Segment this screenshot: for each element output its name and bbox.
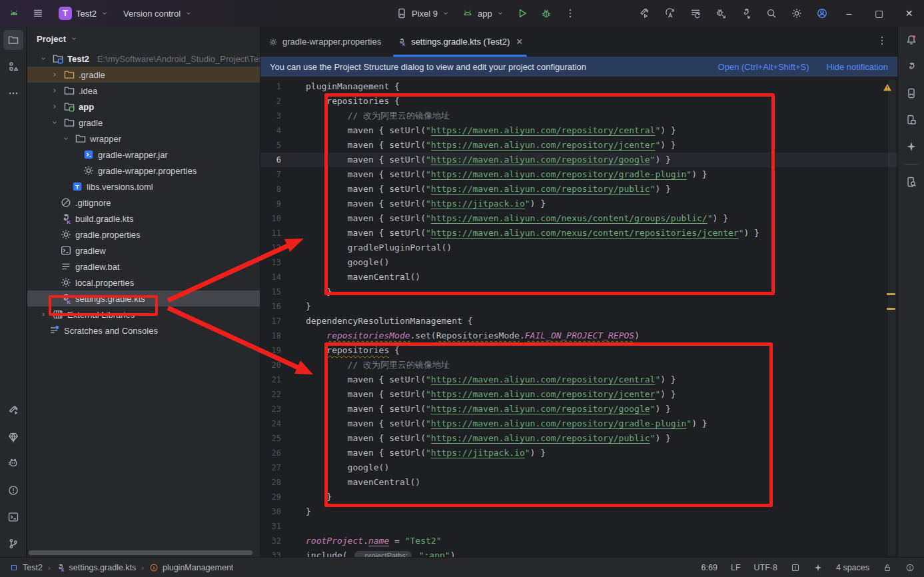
breadcrumb-pluginManagement[interactable]: pluginManagement: [149, 563, 233, 572]
tree-item-wrapper[interactable]: wrapper: [27, 131, 260, 147]
tool-stripe-version-control[interactable]: [3, 534, 23, 554]
tree-item-gradle.properties[interactable]: gradle.properties: [27, 227, 260, 243]
code-line-4[interactable]: 4 maven { setUrl("https://maven.aliyun.c…: [260, 123, 897, 138]
build-run-button[interactable]: [635, 3, 655, 23]
code-line-12[interactable]: 12 gradlePluginPortal(): [260, 241, 897, 255]
user-avatar-button[interactable]: [812, 3, 832, 23]
breadcrumb-settings.gradle.kts[interactable]: settings.gradle.kts: [56, 563, 137, 572]
code-line-3[interactable]: 3 // 改为阿里云的镜像地址: [260, 109, 897, 123]
code-line-29[interactable]: 29 }: [260, 490, 897, 504]
search-everywhere-button[interactable]: [761, 3, 781, 23]
code-line-33[interactable]: 33include( ...projectPaths: ":app"): [260, 548, 897, 557]
code-line-26[interactable]: 26 maven { setUrl("https://jitpack.io") …: [260, 446, 897, 460]
tool-stripe-project-folder[interactable]: [3, 30, 23, 50]
tree-item-External Libraries[interactable]: External Libraries: [27, 306, 260, 322]
breadcrumb-Test2[interactable]: Test2: [9, 563, 43, 572]
code-line-25[interactable]: 25 maven { setUrl("https://maven.aliyun.…: [260, 431, 897, 446]
code-line-1[interactable]: 1pluginManagement {: [260, 79, 897, 94]
code-line-20[interactable]: 20 // 改为阿里云的镜像地址: [260, 358, 897, 372]
code-line-9[interactable]: 9 maven { setUrl("https://jitpack.io") }: [260, 197, 897, 211]
tree-item-libs.versions.toml[interactable]: libs.versions.toml: [27, 179, 260, 195]
code-line-22[interactable]: 22 maven { setUrl("https://maven.aliyun.…: [260, 387, 897, 402]
tree-item-.gradle[interactable]: .gradle: [27, 67, 260, 83]
warning-stripe-mark[interactable]: [887, 308, 895, 310]
gradle-sync-button[interactable]: [736, 3, 756, 23]
tool-stripe-gemini-spark[interactable]: [901, 137, 921, 157]
settings-gear-button[interactable]: [787, 3, 807, 23]
status-ai-assistant[interactable]: [813, 563, 823, 572]
status-file-encoding[interactable]: UTF-8: [754, 563, 777, 572]
code-line-7[interactable]: 7 maven { setUrl("https://maven.aliyun.c…: [260, 167, 897, 182]
tree-item-gradlew[interactable]: gradlew: [27, 243, 260, 259]
tool-stripe-logcat[interactable]: [3, 454, 23, 474]
tree-item-.gitignore[interactable]: .gitignore: [27, 195, 260, 211]
status-indent-config[interactable]: 4 spaces: [836, 563, 869, 572]
code-line-21[interactable]: 21 maven { setUrl("https://maven.aliyun.…: [260, 372, 897, 387]
vcs-widget[interactable]: Version control: [118, 3, 198, 23]
tree-item-.idea[interactable]: .idea: [27, 83, 260, 99]
editor-tab-gradle-wrapper.properties[interactable]: gradle-wrapper.properties: [260, 27, 389, 57]
chevron-down-icon[interactable]: [70, 35, 78, 43]
code-line-11[interactable]: 11 maven { setUrl("https://maven.aliyun.…: [260, 226, 897, 241]
tree-item-gradlew.bat[interactable]: gradlew.bat: [27, 259, 260, 275]
inspections-warning-widget[interactable]: [883, 81, 892, 93]
apply-changes-restart-button[interactable]: [660, 3, 680, 23]
code-line-28[interactable]: 28 mavenCentral(): [260, 475, 897, 490]
status-line-separator[interactable]: LF: [731, 563, 741, 572]
code-line-5[interactable]: 5 maven { setUrl("https://maven.aliyun.c…: [260, 138, 897, 153]
code-line-17[interactable]: 17dependencyResolutionManagement {: [260, 314, 897, 328]
tool-stripe-app-inspection[interactable]: [3, 427, 23, 447]
tree-item-build.gradle.kts[interactable]: build.gradle.kts: [27, 211, 260, 227]
banner-open-link[interactable]: Open (Ctrl+Alt+Shift+S): [718, 62, 809, 72]
window-minimize-button[interactable]: –: [834, 0, 864, 27]
code-line-13[interactable]: 13 google(): [260, 255, 897, 270]
code-line-18[interactable]: 18 repositoriesMode.set(RepositoriesMode…: [260, 328, 897, 343]
warning-stripe-mark[interactable]: [887, 293, 895, 295]
code-editor[interactable]: 1pluginManagement {2 repositories {3 // …: [260, 77, 897, 557]
code-line-15[interactable]: 15 }: [260, 285, 897, 299]
banner-hide-link[interactable]: Hide notification: [827, 62, 889, 72]
code-line-6[interactable]: 6 maven { setUrl("https://maven.aliyun.c…: [260, 153, 897, 167]
tree-item-settings.gradle.kts[interactable]: settings.gradle.kts: [27, 290, 260, 306]
more-run-options-button[interactable]: [559, 3, 582, 23]
tool-stripe-gradle-elephant[interactable]: [901, 57, 921, 77]
tree-item-app[interactable]: app: [27, 99, 260, 115]
project-tree-hscrollbar[interactable]: [29, 550, 252, 555]
code-line-16[interactable]: 16}: [260, 299, 897, 314]
tree-item-local.properties[interactable]: local.properties: [27, 275, 260, 290]
code-line-19[interactable]: 19 repositories {: [260, 343, 897, 358]
tool-stripe-notifications-bell[interactable]: [901, 30, 921, 50]
tree-item-Scratches and Consoles[interactable]: Scratches and Consoles: [27, 322, 260, 338]
project-widget[interactable]: T Test2: [53, 3, 114, 23]
tool-stripe-more-tool-windows[interactable]: [3, 83, 23, 103]
code-line-14[interactable]: 14 mavenCentral(): [260, 270, 897, 285]
run-configuration-selector[interactable]: app: [456, 3, 510, 23]
code-line-2[interactable]: 2 repositories {: [260, 94, 897, 109]
window-maximize-button[interactable]: ▢: [864, 0, 894, 27]
tree-item-Test2[interactable]: Test2E:\mySoftware\Android_Studio_Projec…: [27, 51, 260, 67]
tool-stripe-problems[interactable]: [3, 480, 23, 500]
run-button[interactable]: [511, 3, 534, 23]
code-line-23[interactable]: 23 maven { setUrl("https://maven.aliyun.…: [260, 402, 897, 416]
code-line-27[interactable]: 27 google(): [260, 460, 897, 475]
device-selector[interactable]: Pixel 9: [390, 3, 455, 23]
tool-stripe-device-manager[interactable]: [901, 110, 921, 130]
status-file-lock[interactable]: [883, 563, 892, 572]
tree-item-gradle[interactable]: gradle: [27, 115, 260, 131]
tool-stripe-structure[interactable]: [3, 57, 23, 77]
tool-stripe-app-quality-insights[interactable]: [901, 172, 921, 192]
code-line-30[interactable]: 30}: [260, 504, 897, 519]
tab-close-icon[interactable]: ✕: [516, 37, 523, 47]
code-line-8[interactable]: 8 maven { setUrl("https://maven.aliyun.c…: [260, 182, 897, 197]
editor-tab-settings.gradle.kts (Test2)[interactable]: settings.gradle.kts (Test2)✕: [389, 27, 531, 57]
status-caret-position[interactable]: 6:69: [701, 563, 717, 572]
apply-code-changes-button[interactable]: [686, 3, 705, 23]
code-line-31[interactable]: 31: [260, 519, 897, 534]
tool-stripe-terminal[interactable]: [3, 507, 23, 527]
editor-vscrollbar[interactable]: [888, 80, 896, 556]
status-error-notifier[interactable]: [905, 563, 915, 572]
tree-item-gradle-wrapper.jar[interactable]: gradle-wrapper.jar: [27, 147, 260, 163]
window-close-button[interactable]: ✕: [894, 0, 924, 27]
debug-button[interactable]: [535, 3, 558, 23]
tree-item-gradle-wrapper.properties[interactable]: gradle-wrapper.properties: [27, 163, 260, 179]
